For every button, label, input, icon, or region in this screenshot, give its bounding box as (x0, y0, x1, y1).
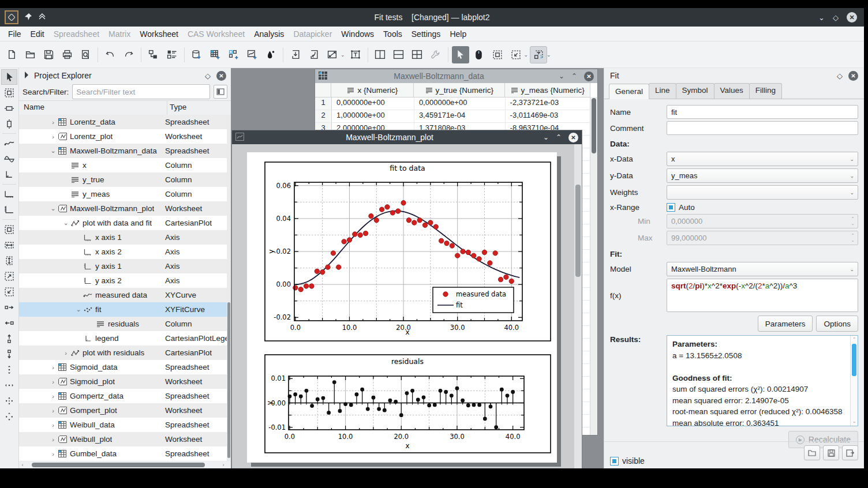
column-header[interactable]: y_true {Numeric} (414, 83, 505, 97)
spreadsheet-window-titlebar[interactable]: Maxwell-Boltzmann_data ⌄ ⌃ ✕ (315, 69, 597, 83)
tree-item-residuals[interactable]: residualsColumn (19, 317, 227, 331)
shift-down-button[interactable] (1, 346, 17, 362)
tree-item-maxwell-boltzmann-data[interactable]: ⌄Maxwell-Boltzmann_dataSpreadsheet (19, 144, 227, 158)
pin-icon[interactable] (24, 13, 32, 22)
undo-button[interactable] (102, 46, 119, 63)
spreadsheet-close-icon[interactable]: ✕ (584, 72, 594, 81)
menu-windows[interactable]: Windows (336, 28, 379, 40)
window-unshade-icon[interactable]: ⌃ (556, 134, 562, 141)
dock-float-icon[interactable]: ◇ (837, 72, 843, 80)
plot-residuals[interactable]: residuals0.010.020.030.040.0-0.010.000.0… (264, 354, 551, 453)
open-project-button[interactable] (21, 46, 39, 63)
spreadsheet-cell[interactable]: 3,459171e-04 (414, 110, 506, 122)
tree-item-sigmoid-plot[interactable]: ›Sigmoid_plotWorksheet (19, 374, 227, 389)
tree-item-y-axis-2[interactable]: y axis 2Axis (19, 273, 227, 288)
add-legend-button[interactable] (1, 167, 17, 182)
tree-item-x[interactable]: xColumn (19, 158, 227, 172)
ws-select-y-region-button[interactable] (1, 116, 17, 132)
min-spinbox[interactable]: 0,000000⌃⌄ (667, 214, 858, 228)
split-horizontal-button[interactable] (390, 46, 407, 63)
new-plot-button[interactable] (324, 46, 341, 63)
tile-button[interactable] (1, 393, 17, 408)
import-file-button[interactable] (287, 46, 304, 63)
tree-item-y-meas[interactable]: y_measColumn (19, 187, 227, 201)
split-vertical-button[interactable] (372, 46, 389, 63)
dock-close-icon[interactable]: ✕ (848, 71, 858, 81)
new-datapicker-button[interactable] (262, 46, 279, 63)
max-spinbox[interactable]: 99,000000⌃⌄ (667, 231, 858, 245)
new-workbook-button[interactable] (188, 46, 205, 63)
tree-horizontal-scrollbar[interactable]: ‹ › (19, 461, 227, 468)
ws-zoom-select-button[interactable] (1, 85, 17, 100)
window-restore-icon[interactable]: ◇ (833, 14, 839, 21)
new-plot-button-dropdown-icon[interactable]: ⌄ (341, 52, 345, 58)
save-project-button[interactable] (40, 46, 57, 63)
worksheet-close-icon[interactable]: ✕ (568, 133, 578, 142)
auto-scale-y-button[interactable] (1, 253, 17, 268)
redo-button[interactable] (120, 46, 137, 63)
plot-fit-to-data[interactable]: fit to data0.010.020.030.040.0-0.020.000… (264, 162, 551, 341)
chevron-right-icon[interactable]: › (49, 407, 57, 414)
row-number-header[interactable] (315, 83, 331, 97)
tree-header-type[interactable]: Type (167, 101, 231, 115)
scroll-left-icon[interactable]: ‹ (19, 462, 26, 468)
add-xy-curve-button[interactable] (1, 136, 17, 151)
split-grid-button[interactable] (409, 46, 426, 63)
tree-item-x-axis-1[interactable]: x axis 1Axis (19, 230, 227, 245)
shift-right-button[interactable] (1, 299, 17, 315)
chevron-down-icon[interactable]: ⌄ (62, 219, 70, 227)
column-header[interactable]: y_meas {Numeric} (505, 83, 590, 97)
spreadsheet-cell[interactable]: -3,011469e-03 (506, 110, 590, 122)
weights-select[interactable]: ⌄ (667, 185, 858, 200)
ws-select-x-region-button[interactable] (1, 100, 17, 116)
tree-item-gumbel-data[interactable]: ›Gumbel_dataSpreadsheet (19, 446, 227, 461)
chevron-right-icon[interactable]: › (62, 350, 70, 356)
print-button[interactable] (58, 46, 76, 63)
navigate-mode-button[interactable] (470, 46, 488, 63)
tree-item-maxwell-boltzmann-plot[interactable]: ⌄Maxwell-Boltzmann_plotWorksheet (19, 201, 227, 216)
print-preview-button[interactable] (77, 46, 94, 63)
shift-up-button[interactable] (1, 331, 17, 346)
import-sql-button[interactable] (305, 46, 323, 63)
column-header[interactable]: x {Numeric} (331, 83, 414, 97)
name-input[interactable]: fit (667, 105, 858, 119)
window-minimize-icon[interactable]: ⌄ (818, 14, 825, 21)
tree-item-plot-with-data-and-fit[interactable]: ⌄plot with data and fitCartesianPlot (19, 216, 227, 230)
menu-help[interactable]: Help (445, 28, 471, 40)
save-as-function-button[interactable] (842, 445, 858, 460)
window-close-icon[interactable]: ✕ (847, 12, 857, 22)
new-project-button[interactable] (3, 46, 20, 63)
results-scrollbar[interactable]: ⌃ ⌄ (850, 336, 858, 426)
add-equation-curve-button[interactable] (1, 151, 17, 167)
chevron-right-icon[interactable]: › (49, 133, 57, 140)
spreadsheet-row[interactable]: 10,000000e+000,000000e+00-2,373721e-03 (315, 97, 590, 110)
add-x-axis-button[interactable] (1, 186, 17, 202)
tree-header[interactable]: Name Type (19, 101, 231, 115)
xdata-select[interactable]: x⌄ (667, 152, 858, 166)
xrange-auto-checkbox[interactable] (667, 203, 675, 212)
worksheet-vertical-scrollbar[interactable] (574, 144, 582, 468)
chevron-right-icon[interactable]: › (49, 393, 57, 400)
window-shade-icon[interactable]: ⌄ (543, 134, 549, 141)
chevron-down-icon[interactable]: ⌄ (74, 306, 83, 313)
tab-filling[interactable]: Filling (749, 83, 782, 99)
tree-item-sigmoid-data[interactable]: ›Sigmoid_dataSpreadsheet (19, 360, 227, 374)
save-function-button[interactable] (823, 445, 839, 460)
select-mode-button[interactable] (452, 46, 469, 63)
tab-symbol[interactable]: Symbol (676, 83, 714, 99)
cascade-h-button[interactable] (1, 377, 17, 393)
options-button[interactable]: Options (816, 316, 858, 332)
scroll-right-icon[interactable]: › (220, 462, 227, 468)
results-box[interactable]: Parameters:a = 13.1565±2.0508 Goodness o… (667, 335, 858, 426)
spreadsheet-cell[interactable]: 0,000000e+00 (332, 97, 414, 110)
tree-item-gompert-plot[interactable]: ›Gompert_plotWorksheet (19, 403, 227, 418)
zoom-fit-button-dropdown-icon[interactable]: ⌄ (524, 52, 529, 58)
auto-scale-x-button[interactable] (1, 237, 17, 253)
tree-item-fit[interactable]: ⌄fitXYFitCurve (19, 302, 227, 317)
search-filter-input[interactable]: Search/Filter text (72, 84, 210, 99)
tab-values[interactable]: Values (714, 83, 750, 99)
new-matrix-button[interactable] (225, 46, 242, 63)
add-y-axis-button[interactable] (1, 202, 17, 217)
worksheet-page[interactable]: fit to data0.010.020.030.040.0-0.020.000… (247, 152, 557, 463)
chevron-right-icon[interactable]: › (49, 364, 57, 371)
